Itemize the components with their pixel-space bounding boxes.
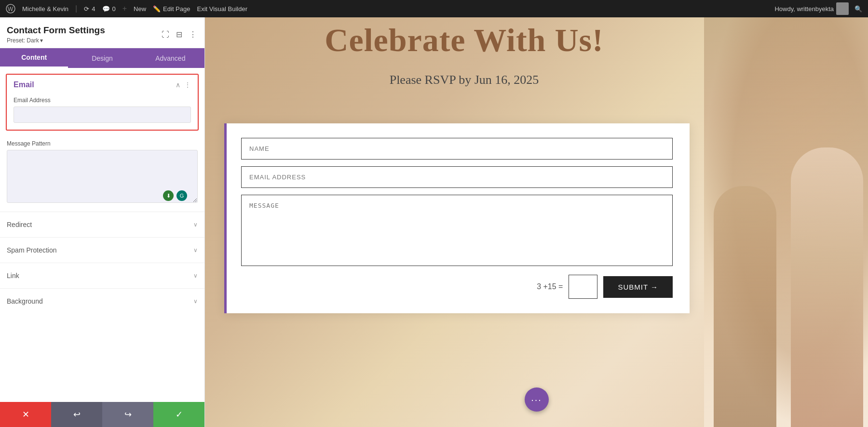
sidebar-title-area: Contact Form Settings Preset: Dark ▾ xyxy=(7,25,105,44)
sidebar-preset-dropdown[interactable]: Preset: Dark ▾ xyxy=(7,37,105,44)
accordion-spam-protection: Spam Protection ∨ xyxy=(0,237,204,263)
search-button[interactable]: 🔍 xyxy=(854,5,862,13)
accordion-redirect-title: Redirect xyxy=(7,221,32,228)
accordion-redirect: Redirect ∨ xyxy=(0,212,204,237)
accordion-redirect-chevron: ∨ xyxy=(193,221,198,228)
email-section-more-button[interactable]: ⋮ xyxy=(184,81,191,89)
ai-assist-icon[interactable]: ⬇ xyxy=(163,190,174,201)
accordion-link: Link ∨ xyxy=(0,263,204,288)
tab-advanced[interactable]: Advanced xyxy=(136,48,204,68)
email-section-title: Email xyxy=(14,80,34,89)
accordion-background-chevron: ∨ xyxy=(193,298,198,305)
accordion-spam-title: Spam Protection xyxy=(7,246,57,254)
grammar-check-icon[interactable]: G xyxy=(176,190,187,201)
canvas-area: Celebrate With Us! Please RSVP by Jun 16… xyxy=(205,17,868,427)
person-silhouette-1 xyxy=(714,186,776,427)
sidebar-title: Contact Form Settings xyxy=(7,25,105,36)
sidebar-panel: Contact Form Settings Preset: Dark ▾ ⛶ ⊟… xyxy=(0,17,205,427)
email-section-actions: ∧ ⋮ xyxy=(176,81,191,89)
message-field-group xyxy=(241,195,673,268)
couple-photo xyxy=(704,17,868,427)
exit-visual-builder-link[interactable]: Exit Visual Builder xyxy=(197,5,247,13)
accordion-background: Background ∨ xyxy=(0,288,204,314)
captcha-input[interactable] xyxy=(569,275,597,299)
cancel-button[interactable]: ✕ xyxy=(0,402,51,427)
sidebar-content: Email ∧ ⋮ Email Address Message Pattern xyxy=(0,68,204,402)
rsvp-subheading: Please RSVP by Jun 16, 2025 xyxy=(234,73,694,87)
form-message-textarea[interactable] xyxy=(241,195,673,266)
svg-text:W: W xyxy=(8,6,14,13)
accordion-link-chevron: ∨ xyxy=(193,272,198,279)
revisions-link[interactable]: ⟳ 4 xyxy=(84,5,95,13)
site-name-link[interactable]: Michelle & Kevin xyxy=(22,5,68,13)
textarea-icon-group: ⬇ G xyxy=(163,190,187,201)
fullscreen-toggle-button[interactable]: ⛶ xyxy=(161,29,170,40)
email-address-input[interactable] xyxy=(14,107,191,123)
accordion-spam-header[interactable]: Spam Protection ∨ xyxy=(7,238,198,263)
accordion-background-header[interactable]: Background ∨ xyxy=(7,289,198,314)
accordion-link-header[interactable]: Link ∨ xyxy=(7,263,198,288)
email-field-group xyxy=(241,166,673,188)
howdy-user[interactable]: Howdy, writtenbyekta xyxy=(774,2,849,15)
email-section: Email ∧ ⋮ Email Address xyxy=(6,74,199,131)
tab-design[interactable]: Design xyxy=(68,48,136,68)
celebrate-heading: Celebrate With Us! xyxy=(234,22,694,58)
sidebar-tabs: Content Design Advanced xyxy=(0,48,204,68)
form-name-input[interactable] xyxy=(241,138,673,160)
undo-button[interactable]: ↩ xyxy=(51,402,102,427)
sidebar-header-actions: ⛶ ⊟ ⋮ xyxy=(161,29,198,40)
accordion-background-title: Background xyxy=(7,297,43,305)
new-link[interactable]: New xyxy=(134,5,146,13)
wp-logo-link[interactable]: W xyxy=(6,4,15,13)
email-section-body: Email Address xyxy=(7,95,198,130)
comments-link[interactable]: 💬 0 xyxy=(102,5,116,13)
form-bottom-row: 3 +15 = SUBMIT → xyxy=(241,275,673,299)
user-avatar xyxy=(836,2,849,15)
bottom-toolbar: ✕ ↩ ↪ ✓ xyxy=(0,402,204,427)
more-options-button[interactable]: ⋮ xyxy=(188,29,198,40)
contact-form-card: 3 +15 = SUBMIT → xyxy=(224,123,690,313)
email-address-label: Email Address xyxy=(14,97,191,104)
submit-button[interactable]: SUBMIT → xyxy=(603,276,673,298)
layout-toggle-button[interactable]: ⊟ xyxy=(175,29,183,40)
message-pattern-section: Message Pattern ⬇ G xyxy=(0,136,204,212)
sidebar-header: Contact Form Settings Preset: Dark ▾ ⛶ ⊟… xyxy=(0,17,204,48)
name-field-group xyxy=(241,138,673,160)
redo-button[interactable]: ↪ xyxy=(102,402,153,427)
admin-bar: W Michelle & Kevin | ⟳ 4 💬 0 + New ✏️ Ed… xyxy=(0,0,868,17)
email-section-collapse-button[interactable]: ∧ xyxy=(176,81,180,89)
message-pattern-label: Message Pattern xyxy=(7,140,198,147)
person-silhouette-2 xyxy=(791,147,863,427)
fab-button[interactable]: ··· xyxy=(525,387,549,412)
save-button[interactable]: ✓ xyxy=(153,402,204,427)
form-email-input[interactable] xyxy=(241,166,673,188)
captcha-label: 3 +15 = xyxy=(537,282,563,291)
message-pattern-wrapper: ⬇ G xyxy=(7,150,198,205)
accordion-link-title: Link xyxy=(7,272,19,280)
accordion-spam-chevron: ∨ xyxy=(193,247,198,254)
email-section-header: Email ∧ ⋮ xyxy=(7,75,198,95)
accordion-redirect-header[interactable]: Redirect ∨ xyxy=(7,212,198,237)
edit-page-link[interactable]: ✏️ Edit Page xyxy=(153,5,190,13)
tab-content[interactable]: Content xyxy=(0,48,68,68)
